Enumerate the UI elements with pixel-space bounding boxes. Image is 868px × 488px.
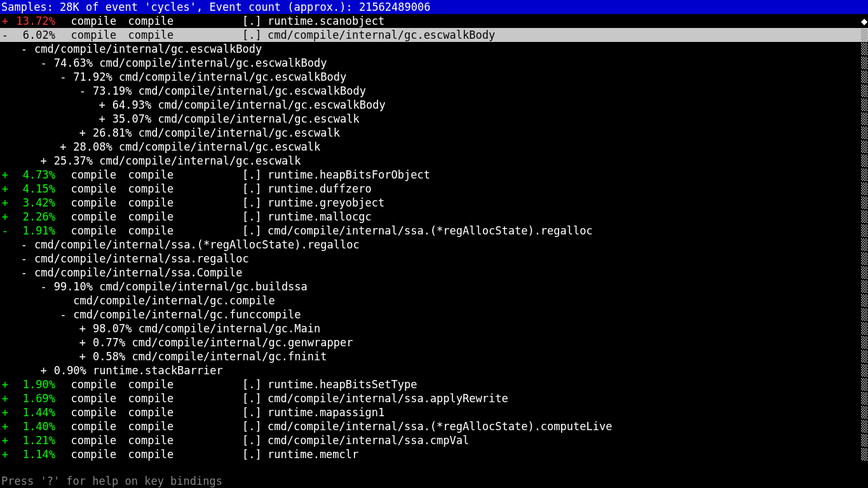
expand-toggle-icon[interactable]: - <box>1 28 8 42</box>
callchain-node[interactable]: + 0.90% runtime.stackBarrier▒ <box>0 363 868 377</box>
callchain-node[interactable]: - 71.92% cmd/compile/internal/gc.escwalk… <box>0 70 868 84</box>
callchain-node[interactable]: - cmd/compile/internal/gc.funccompile▒ <box>0 308 868 322</box>
scrollbar-track-icon[interactable]: ▒ <box>861 252 867 266</box>
callchain-node[interactable]: + 26.81% cmd/compile/internal/gc.escwalk… <box>0 126 868 140</box>
scrollbar-track-icon[interactable]: ▒ <box>861 196 867 210</box>
expand-toggle-icon[interactable]: - <box>60 308 67 322</box>
scrollbar-track-icon[interactable]: ▒ <box>861 322 867 336</box>
callchain-node[interactable]: + 0.58% cmd/compile/internal/gc.fninit▒ <box>0 349 868 363</box>
expand-toggle-icon[interactable]: + <box>60 140 67 154</box>
callchain-node[interactable]: + 64.93% cmd/compile/internal/gc.escwalk… <box>0 98 868 112</box>
callchain-node[interactable]: + 98.07% cmd/compile/internal/gc.Main▒ <box>0 322 868 336</box>
expand-toggle-icon[interactable]: + <box>79 126 86 140</box>
scrollbar-track-icon[interactable]: ▒ <box>861 447 867 461</box>
profile-entry[interactable]: +2.26% compile compile[.] runtime.malloc… <box>0 210 868 224</box>
scrollbar-track-icon[interactable]: ▒ <box>861 56 867 70</box>
expand-toggle-icon[interactable]: + <box>1 433 8 447</box>
scrollbar-track-icon[interactable]: ▒ <box>861 84 867 98</box>
expand-toggle-icon[interactable]: + <box>79 336 86 349</box>
profile-entry[interactable]: +4.15% compile compile[.] runtime.duffze… <box>0 182 868 196</box>
callchain-node[interactable]: - cmd/compile/internal/ssa.regalloc▒ <box>0 252 868 266</box>
scrollbar-track-icon[interactable]: ▒ <box>861 308 867 322</box>
scrollbar-track-icon[interactable]: ▒ <box>861 363 867 377</box>
expand-toggle-icon[interactable]: + <box>1 196 8 210</box>
scrollbar-track-icon[interactable]: ▒ <box>861 168 867 182</box>
expand-toggle-icon[interactable]: + <box>1 419 8 433</box>
profile-entry[interactable]: +13.72% compile compile[.] runtime.scano… <box>0 14 868 28</box>
expand-toggle-icon[interactable]: + <box>1 210 8 224</box>
scrollbar-track-icon[interactable]: ▒ <box>861 349 867 363</box>
expand-toggle-icon[interactable]: + <box>99 98 106 112</box>
callchain-node[interactable]: + 35.07% cmd/compile/internal/gc.escwalk… <box>0 112 868 126</box>
expand-toggle-icon[interactable]: - <box>21 238 28 252</box>
dso-col: compile <box>115 405 242 419</box>
callchain-node[interactable]: cmd/compile/internal/gc.compile▒ <box>0 294 868 308</box>
callchain-node[interactable]: - 99.10% cmd/compile/internal/gc.buildss… <box>0 280 868 294</box>
scrollbar-track-icon[interactable]: ▒ <box>861 280 867 294</box>
scrollbar-track-icon[interactable]: ▒ <box>861 405 867 419</box>
scrollbar-track-icon[interactable]: ▒ <box>861 336 867 349</box>
expand-toggle-icon[interactable]: - <box>60 70 67 84</box>
scrollbar-track-icon[interactable]: ▒ <box>861 70 867 84</box>
expand-toggle-icon[interactable]: + <box>99 112 106 126</box>
expand-toggle-icon[interactable]: - <box>1 224 8 238</box>
expand-toggle-icon[interactable]: + <box>40 154 47 168</box>
profile-entry[interactable]: +1.69% compile compile[.] cmd/compile/in… <box>0 391 868 405</box>
expand-toggle-icon[interactable]: - <box>21 42 28 56</box>
expand-toggle-icon[interactable]: - <box>40 56 47 70</box>
expand-toggle-icon[interactable]: - <box>40 280 47 294</box>
scrollbar-thumb-icon[interactable]: ◆ <box>861 14 867 28</box>
scrollbar-track-icon[interactable]: ▒ <box>861 98 867 112</box>
expand-toggle-icon[interactable] <box>60 294 67 308</box>
expand-toggle-icon[interactable]: + <box>1 182 8 196</box>
scrollbar-track-icon[interactable]: ▒ <box>861 433 867 447</box>
expand-toggle-icon[interactable]: + <box>1 377 8 391</box>
callchain-node[interactable]: + 0.77% cmd/compile/internal/gc.genwrapp… <box>0 336 868 349</box>
profile-entry[interactable]: +1.40% compile compile[.] cmd/compile/in… <box>0 419 868 433</box>
scrollbar-track-icon[interactable]: ▒ <box>861 182 867 196</box>
profile-entry[interactable]: +1.44% compile compile[.] runtime.mapass… <box>0 405 868 419</box>
profile-entry[interactable]: +3.42% compile compile[.] runtime.greyob… <box>0 196 868 210</box>
callchain-node[interactable]: + 28.08% cmd/compile/internal/gc.escwalk… <box>0 140 868 154</box>
scrollbar-track-icon[interactable]: ▒ <box>861 210 867 224</box>
profile-entry[interactable]: -1.91% compile compile[.] cmd/compile/in… <box>0 224 868 238</box>
scrollbar-track-icon[interactable]: ▒ <box>861 224 867 238</box>
profile-entry[interactable]: +1.90% compile compile[.] runtime.heapBi… <box>0 377 868 391</box>
scrollbar-track-icon[interactable]: ▒ <box>861 42 867 56</box>
scrollbar-track-icon[interactable]: ▒ <box>861 154 867 168</box>
scrollbar-track-icon[interactable]: ▒ <box>861 112 867 126</box>
scrollbar-track-icon[interactable]: ▒ <box>861 294 867 308</box>
profile-entry[interactable]: +4.73% compile compile[.] runtime.heapBi… <box>0 168 868 182</box>
command-col: compile <box>58 419 115 433</box>
scrollbar-track-icon[interactable]: ▒ <box>861 238 867 252</box>
scrollbar-track-icon[interactable]: ▒ <box>861 140 867 154</box>
scrollbar-track-icon[interactable]: ▒ <box>861 266 867 280</box>
expand-toggle-icon[interactable]: - <box>79 84 86 98</box>
callchain-node[interactable]: - 74.63% cmd/compile/internal/gc.escwalk… <box>0 56 868 70</box>
profile-rows[interactable]: +13.72% compile compile[.] runtime.scano… <box>0 14 868 461</box>
callchain-node[interactable]: - cmd/compile/internal/ssa.Compile▒ <box>0 266 868 280</box>
expand-toggle-icon[interactable]: + <box>1 405 8 419</box>
expand-toggle-icon[interactable]: - <box>21 252 28 266</box>
expand-toggle-icon[interactable]: + <box>1 168 8 182</box>
scrollbar-track-icon[interactable]: ▒ <box>861 377 867 391</box>
expand-toggle-icon[interactable]: + <box>1 391 8 405</box>
callchain-label: 71.92% cmd/compile/internal/gc.escwalkBo… <box>67 70 868 84</box>
expand-toggle-icon[interactable]: + <box>1 14 8 28</box>
expand-toggle-icon[interactable]: + <box>1 447 8 461</box>
scrollbar-track-icon[interactable]: ▒ <box>861 126 867 140</box>
callchain-node[interactable]: - cmd/compile/internal/gc.escwalkBody▒ <box>0 42 868 56</box>
profile-entry[interactable]: +1.21% compile compile[.] cmd/compile/in… <box>0 433 868 447</box>
scrollbar-track-icon[interactable]: ▒ <box>861 419 867 433</box>
callchain-node[interactable]: - cmd/compile/internal/ssa.(*regAllocSta… <box>0 238 868 252</box>
callchain-node[interactable]: + 25.37% cmd/compile/internal/gc.escwalk… <box>0 154 868 168</box>
expand-toggle-icon[interactable]: + <box>79 349 86 363</box>
scrollbar-track-icon[interactable]: ▒ <box>861 391 867 405</box>
profile-entry[interactable]: +1.14% compile compile[.] runtime.memclr… <box>0 447 868 461</box>
callchain-node[interactable]: - 73.19% cmd/compile/internal/gc.escwalk… <box>0 84 868 98</box>
profile-entry[interactable]: -6.02% compile compile[.] cmd/compile/in… <box>0 28 868 42</box>
scrollbar-track-icon[interactable]: ▒ <box>861 28 867 42</box>
expand-toggle-icon[interactable]: - <box>21 266 28 280</box>
expand-toggle-icon[interactable]: + <box>79 322 86 336</box>
expand-toggle-icon[interactable]: + <box>40 363 47 377</box>
